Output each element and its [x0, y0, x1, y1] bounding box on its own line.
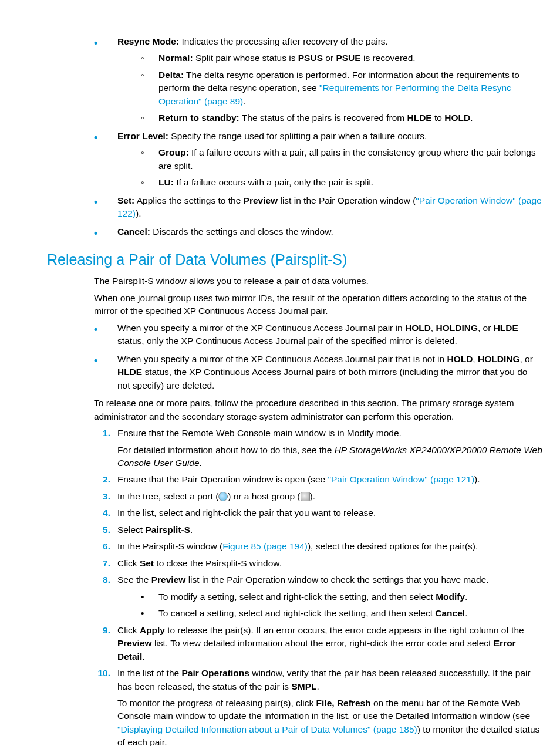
label: LU:	[158, 177, 174, 187]
b: Preview	[117, 638, 152, 648]
t: list. To view detailed information about…	[152, 638, 494, 648]
link-detailed-info[interactable]: "Displaying Detailed Information about a…	[117, 724, 417, 734]
item-set: Set: Applies the settings to the Preview…	[94, 194, 542, 221]
b: Modify	[436, 592, 465, 602]
t: See the	[117, 575, 151, 585]
t: Split pair whose status is	[193, 53, 298, 63]
step-9: Click Apply to release the pair(s). If a…	[94, 624, 542, 663]
item-error-level: Error Level: Specify the range used for …	[94, 130, 542, 190]
t: .	[470, 113, 473, 123]
section-p2: When one journal group uses two mirror I…	[94, 292, 542, 318]
label: Group:	[158, 147, 189, 157]
b: Preview	[151, 575, 186, 585]
t: ,	[473, 354, 478, 364]
section-bullets: When you specify a mirror of the XP Cont…	[47, 322, 542, 392]
label: Return to standby:	[158, 113, 239, 123]
b: Pair Operations	[181, 668, 249, 678]
t: .	[465, 608, 467, 618]
text: Indicates the processing after recovery …	[179, 36, 388, 46]
b: Preview	[244, 195, 278, 205]
label: Normal:	[158, 53, 193, 63]
sub-group: Group: If a failure occurs with a pair, …	[141, 146, 542, 173]
step-1: Ensure that the Remote Web Console main …	[94, 427, 542, 470]
resync-sub-list: Normal: Split pair whose status is PSUS …	[117, 52, 542, 124]
label: Cancel:	[117, 227, 150, 237]
t: to close the Pairsplit-S window.	[154, 558, 282, 568]
b: HLDE	[494, 323, 518, 333]
step-10-note: To monitor the progress of releasing pai…	[117, 697, 542, 746]
t: , or	[478, 323, 494, 333]
b: PSUE	[336, 53, 360, 63]
section-p1: The Pairsplit-S window allows you to rel…	[94, 275, 542, 288]
link-figure-85[interactable]: Figure 85 (page 194)	[222, 541, 308, 551]
bullet-not-hold-deleted: When you specify a mirror of the XP Cont…	[94, 353, 542, 392]
b: Cancel	[435, 608, 465, 618]
t: ) or a host group (	[228, 491, 300, 501]
t: .	[142, 652, 144, 661]
sub-modify: To modify a setting, select and right-cl…	[141, 590, 542, 603]
error-sub-list: Group: If a failure occurs with a pair, …	[117, 146, 542, 189]
step-8-sub: To modify a setting, select and right-cl…	[117, 590, 542, 620]
t: .	[465, 592, 467, 602]
step-1-note: For detailed information about how to do…	[117, 444, 542, 470]
b: HOLDING	[436, 323, 477, 333]
b: HOLD	[444, 113, 470, 123]
item-cancel: Cancel: Discards the settings and closes…	[94, 225, 542, 238]
step-2: Ensure that the Pair Operation window is…	[94, 473, 542, 486]
step-8: See the Preview list in the Pair Operati…	[94, 573, 542, 620]
t: to	[432, 113, 445, 123]
t: Ensure that the Remote Web Console main …	[117, 428, 402, 438]
t: ).	[310, 491, 315, 501]
sub-lu: LU: If a failure occurs with a pair, onl…	[141, 176, 542, 189]
t: To modify a setting, select and right-cl…	[158, 592, 436, 602]
b: Set	[140, 558, 154, 568]
t: list in the Pair Operation window to che…	[185, 575, 488, 585]
link-pair-op-121[interactable]: "Pair Operation Window" (page 121)	[328, 474, 474, 484]
b: PSUS	[298, 53, 323, 63]
t: When you specify a mirror of the XP Cont…	[117, 354, 447, 364]
t: If a failure occurs with a pair, only th…	[174, 177, 374, 187]
step-5: Select Pairsplit-S.	[94, 524, 542, 536]
label: Delta:	[158, 70, 184, 80]
t: In the tree, select a port (	[117, 491, 218, 501]
label: Set:	[117, 195, 134, 205]
sub-cancel: To cancel a setting, select and right-cl…	[141, 607, 542, 620]
step-10: In the list of the Pair Operations windo…	[94, 667, 542, 746]
section-heading: Releasing a Pair of Data Volumes (Pairsp…	[47, 249, 542, 270]
procedure-steps: Ensure that the Remote Web Console main …	[47, 427, 542, 746]
b: HOLD	[405, 323, 431, 333]
step-3: In the tree, select a port () or a host …	[94, 490, 542, 503]
item-resync-mode: Resync Mode: Indicates the processing af…	[94, 35, 542, 125]
step-4: In the list, select and right-click the …	[94, 507, 542, 519]
t: to release the pair(s). If an error occu…	[165, 625, 524, 635]
t: .	[243, 96, 245, 106]
b: Pairsplit-S	[145, 525, 190, 535]
t: is recovered.	[361, 53, 416, 63]
t: Click	[117, 558, 140, 568]
t: ).	[136, 208, 141, 218]
b: HOLDING	[478, 354, 519, 364]
t: or	[323, 53, 336, 63]
t: For detailed information about how to do…	[117, 445, 335, 455]
t: If a failure occurs with a pair, all pai…	[158, 147, 536, 170]
b: Apply	[140, 625, 165, 635]
page-content: Resync Mode: Indicates the processing af…	[47, 35, 542, 746]
t: To monitor the progress of releasing pai…	[117, 698, 316, 708]
label: Resync Mode:	[117, 36, 179, 46]
b: HOLD	[447, 354, 473, 364]
label: Error Level:	[117, 131, 168, 141]
host-group-icon	[301, 492, 310, 501]
text: Specify the range used for splitting a p…	[168, 131, 427, 141]
b: File, Refresh	[316, 698, 371, 708]
section-p3: To release one or more pairs, follow the…	[94, 397, 542, 423]
t: status, only the XP Continuous Access Jo…	[117, 336, 457, 346]
t: .	[190, 525, 193, 535]
t: ), select the desired options for the pa…	[308, 541, 478, 551]
t: .	[316, 681, 319, 691]
t: To cancel a setting, select and right-cl…	[158, 608, 435, 618]
b: SMPL	[291, 681, 316, 691]
t: In the list, select and right-click the …	[117, 508, 376, 518]
t: In the list of the	[117, 668, 181, 678]
sub-normal: Normal: Split pair whose status is PSUS …	[141, 52, 542, 65]
port-icon	[218, 492, 228, 501]
